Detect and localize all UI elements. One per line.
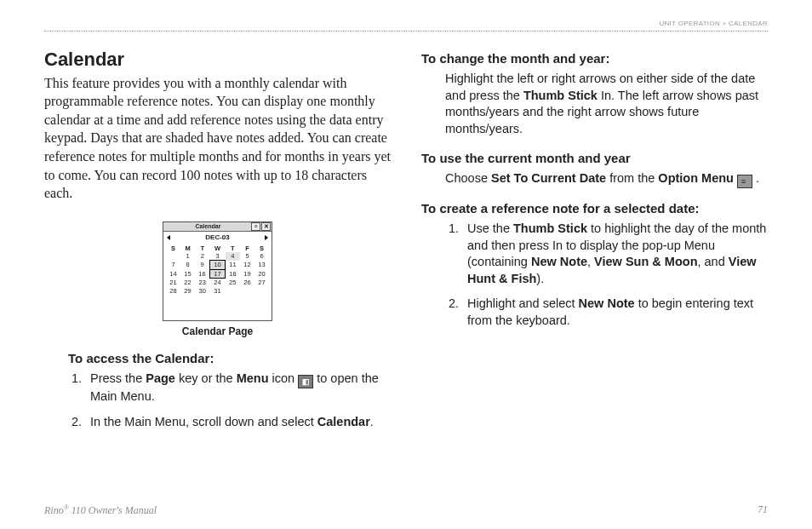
calendar-cell: 5 xyxy=(240,252,254,261)
breadcrumb-sep: > xyxy=(720,17,729,27)
calendar-titlebar: Calendar ≡ ✕ xyxy=(163,222,272,232)
current-body: Choose Set To Current Date from the Opti… xyxy=(445,170,768,188)
change-heading: To change the month and year: xyxy=(421,50,768,67)
access-heading: To access the Calendar: xyxy=(68,350,391,367)
calendar-cell: 1 xyxy=(180,252,195,261)
breadcrumb: Unit Operation > Calendar xyxy=(44,17,768,27)
calendar-weekday: T xyxy=(195,244,210,252)
create-heading: To create a reference note for a selecte… xyxy=(421,200,768,217)
calendar-cell: 18 xyxy=(226,269,241,278)
calendar-body: 1234567891011121314151617181920212223242… xyxy=(166,252,269,295)
calendar-page-figure: Calendar ≡ ✕ DEC-03 SMTWTFS 123456789101… xyxy=(44,221,391,338)
list-item: Press the Page key or the Menu icon ◧ to… xyxy=(85,371,391,405)
calendar-cell: 28 xyxy=(166,287,180,295)
calendar-weekday: W xyxy=(210,244,226,252)
calendar-cell: 23 xyxy=(195,279,210,287)
calendar-cell xyxy=(254,287,269,295)
calendar-month-label: DEC-03 xyxy=(205,233,229,243)
access-steps: Press the Page key or the Menu icon ◧ to… xyxy=(44,371,391,430)
create-steps: Use the Thumb Stick to highlight the day… xyxy=(421,221,768,329)
calendar-weekday: S xyxy=(254,244,269,252)
calendar-window: Calendar ≡ ✕ DEC-03 SMTWTFS 123456789101… xyxy=(163,221,272,321)
calendar-cell: 11 xyxy=(226,261,241,269)
calendar-row: 123456 xyxy=(166,252,269,261)
calendar-grid: SMTWTFS 12345678910111213141516171819202… xyxy=(166,244,269,295)
option-menu-icon: ≡ xyxy=(737,175,752,188)
breadcrumb-page: Calendar xyxy=(729,17,768,27)
calendar-weekday: S xyxy=(166,244,180,252)
list-item: Use the Thumb Stick to highlight the day… xyxy=(462,221,768,287)
calendar-cell: 8 xyxy=(180,261,195,269)
footer: Rino® 110 Owner's Manual 71 xyxy=(44,503,768,517)
calendar-weekday-row: SMTWTFS xyxy=(166,244,269,252)
page-title: Calendar xyxy=(44,47,391,72)
calendar-cell: 25 xyxy=(226,279,241,287)
calendar-cell: 12 xyxy=(240,261,254,269)
calendar-cell: 17 xyxy=(210,269,226,278)
calendar-cell: 4 xyxy=(226,252,241,261)
calendar-month-nav: DEC-03 xyxy=(163,232,272,244)
header-rule xyxy=(44,31,768,32)
calendar-cell: 30 xyxy=(195,287,210,295)
intro-text: This feature provides you with a monthly… xyxy=(44,74,391,203)
breadcrumb-section: Unit Operation xyxy=(659,17,720,27)
calendar-cell: 22 xyxy=(180,279,195,287)
page-number: 71 xyxy=(758,503,768,517)
calendar-cell: 24 xyxy=(210,279,226,287)
calendar-cell: 3 xyxy=(210,252,226,261)
calendar-cell: 20 xyxy=(254,269,269,278)
calendar-cell: 26 xyxy=(240,279,254,287)
option-menu-icon: ≡ xyxy=(251,222,260,231)
calendar-cell: 29 xyxy=(180,287,195,295)
prev-month-icon xyxy=(167,235,170,240)
calendar-cell: 16 xyxy=(195,269,210,278)
calendar-weekday: F xyxy=(240,244,254,252)
current-heading: To use the current month and year xyxy=(421,150,768,167)
footer-left: Rino® 110 Owner's Manual xyxy=(44,503,157,517)
calendar-cell xyxy=(166,252,180,261)
calendar-cell xyxy=(226,287,241,295)
calendar-caption: Calendar Page xyxy=(44,325,391,338)
calendar-cell: 7 xyxy=(166,261,180,269)
calendar-row: 21222324252627 xyxy=(166,279,269,287)
calendar-cell: 21 xyxy=(166,279,180,287)
calendar-cell xyxy=(240,287,254,295)
calendar-cell: 6 xyxy=(254,252,269,261)
calendar-cell: 19 xyxy=(240,269,254,278)
calendar-weekday: M xyxy=(180,244,195,252)
calendar-weekday: T xyxy=(226,244,241,252)
calendar-cell: 10 xyxy=(210,261,226,269)
calendar-row: 78910111213 xyxy=(166,261,269,269)
list-item: In the Main Menu, scroll down and select… xyxy=(85,414,391,431)
calendar-row: 14151617181920 xyxy=(166,269,269,278)
calendar-cell: 13 xyxy=(254,261,269,269)
calendar-cell: 31 xyxy=(210,287,226,295)
close-icon: ✕ xyxy=(261,222,271,231)
calendar-window-title: Calendar xyxy=(164,222,250,230)
change-body: Highlight the left or right arrows on ei… xyxy=(445,71,768,137)
menu-icon: ◧ xyxy=(298,375,313,388)
calendar-cell: 27 xyxy=(254,279,269,287)
column-left: Calendar This feature provides you with … xyxy=(44,38,391,439)
calendar-cell: 14 xyxy=(166,269,180,278)
next-month-icon xyxy=(265,235,268,240)
calendar-cell: 9 xyxy=(195,261,210,269)
column-right: To change the month and year: Highlight … xyxy=(421,38,768,439)
calendar-cell: 15 xyxy=(180,269,195,278)
calendar-row: 28293031 xyxy=(166,287,269,295)
list-item: Highlight and select New Note to begin e… xyxy=(462,296,768,329)
calendar-cell: 2 xyxy=(195,252,210,261)
